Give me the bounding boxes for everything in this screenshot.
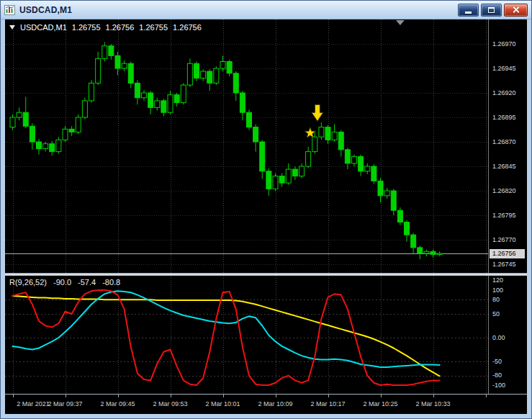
window-controls	[458, 4, 528, 17]
close-button[interactable]	[504, 4, 528, 17]
price-axis-label: 1.26920	[492, 89, 516, 96]
indicator-axis-label: -50	[492, 358, 502, 365]
price-axis-label: 1.26795	[492, 212, 516, 219]
panel-divider[interactable]	[5, 273, 527, 276]
time-axis-label: 2 Mar 09:37	[38, 400, 93, 407]
ohlc-open: 1.26755	[72, 23, 101, 32]
indicator-axis-label: -80	[492, 371, 502, 379]
price-axis-label: 1.26845	[492, 163, 516, 170]
price-axis-label: 1.26945	[492, 65, 516, 72]
indicator-axis-label: 80	[492, 296, 500, 303]
time-axis-label: 2 Mar 10:01	[196, 400, 251, 407]
price-axis-label: 1.26970	[492, 40, 516, 48]
indicator-line-R26	[13, 291, 440, 367]
time-axis-tick	[433, 395, 434, 397]
time-axis-tick	[276, 395, 276, 397]
indicator-axis-label: -100	[492, 382, 505, 389]
ohlc-readout: USDCAD,M1 1.26755 1.26756 1.26755 1.2675…	[9, 23, 202, 32]
restore-icon	[488, 7, 495, 13]
time-axis-tick	[118, 395, 119, 397]
time-axis-tick	[381, 395, 382, 397]
time-axis-tick	[13, 395, 14, 397]
ohlc-symbol: USDCAD,M1	[20, 23, 67, 32]
time-axis-label: 2 Mar 10:17	[301, 400, 356, 407]
time-axis[interactable]: 2 Mar 20212 Mar 09:372 Mar 09:452 Mar 09…	[5, 394, 527, 414]
indicator-value-yellow: -80.8	[102, 278, 120, 287]
price-axis-label: 1.26770	[492, 236, 516, 243]
indicator-grid	[5, 276, 488, 394]
indicator-axis-label: 0.00	[492, 334, 505, 341]
price-axis-label: 1.26745	[492, 261, 516, 268]
time-axis-tick	[223, 395, 224, 397]
time-axis-tick	[486, 395, 487, 397]
signal-arrow-down-icon	[312, 104, 323, 121]
indicator-name: R(9,26,52)	[9, 278, 47, 287]
time-axis-tick	[328, 395, 329, 397]
time-axis-label: 2 Mar 10:33	[406, 400, 461, 407]
indicator-axis-label: 100	[492, 287, 503, 294]
indicator-axis-label: 50	[492, 310, 500, 317]
time-axis-label: 2 Mar 10:25	[353, 400, 408, 407]
indicator-line-R9	[13, 290, 440, 385]
price-panel[interactable]: USDCAD,M1 1.26755 1.26756 1.26755 1.2675…	[5, 19, 488, 273]
indicator-line-R52	[13, 296, 440, 376]
time-axis-label: 2 Mar 10:09	[248, 400, 303, 407]
price-axis-label: 1.26870	[492, 138, 516, 145]
price-axis-label: 1.26820	[492, 187, 516, 194]
price-axis-label: 1.26895	[492, 114, 516, 121]
indicator-readout: R(9,26,52) -90.0 -57.4 -80.8	[9, 278, 120, 287]
current-price-tag: 1.26756	[490, 249, 525, 258]
chart-content: USDCAD,M1 1.26755 1.26756 1.26755 1.2675…	[5, 19, 527, 414]
indicator-value-cyan: -57.4	[78, 278, 96, 287]
close-icon	[512, 6, 520, 14]
time-axis-tick	[66, 395, 66, 397]
ohlc-close: 1.26756	[173, 23, 202, 32]
time-axis-tick	[171, 395, 171, 397]
signal-star-icon	[305, 127, 315, 138]
indicator-axis-label: 120	[492, 276, 503, 284]
indicator-value-red: -90.0	[53, 278, 71, 287]
minimize-icon	[465, 12, 472, 14]
time-axis-label: 2 Mar 09:53	[143, 400, 198, 407]
oscillator-plot[interactable]	[5, 276, 488, 394]
ohlc-high: 1.26756	[106, 23, 135, 32]
price-axis[interactable]: 1.269701.269451.269201.268951.268701.268…	[488, 19, 527, 394]
minimize-button[interactable]	[458, 4, 479, 17]
chart-shift-marker-icon	[396, 20, 405, 25]
restore-button[interactable]	[481, 4, 502, 17]
symbol-marker-icon	[9, 25, 15, 30]
time-axis-label: 2 Mar 09:45	[91, 400, 145, 407]
indicator-panel[interactable]: R(9,26,52) -90.0 -57.4 -80.8	[5, 276, 488, 394]
ohlc-low: 1.26755	[139, 23, 168, 32]
mt4-chart-window: USDCAD,M1 USDCAD,M1 1.26755 1.26756 1.26…	[0, 0, 532, 419]
chart-icon	[4, 5, 15, 15]
window-title: USDCAD,M1	[19, 5, 72, 15]
titlebar[interactable]: USDCAD,M1	[1, 1, 531, 19]
candles	[10, 42, 442, 259]
candlestick-plot[interactable]	[5, 19, 488, 273]
